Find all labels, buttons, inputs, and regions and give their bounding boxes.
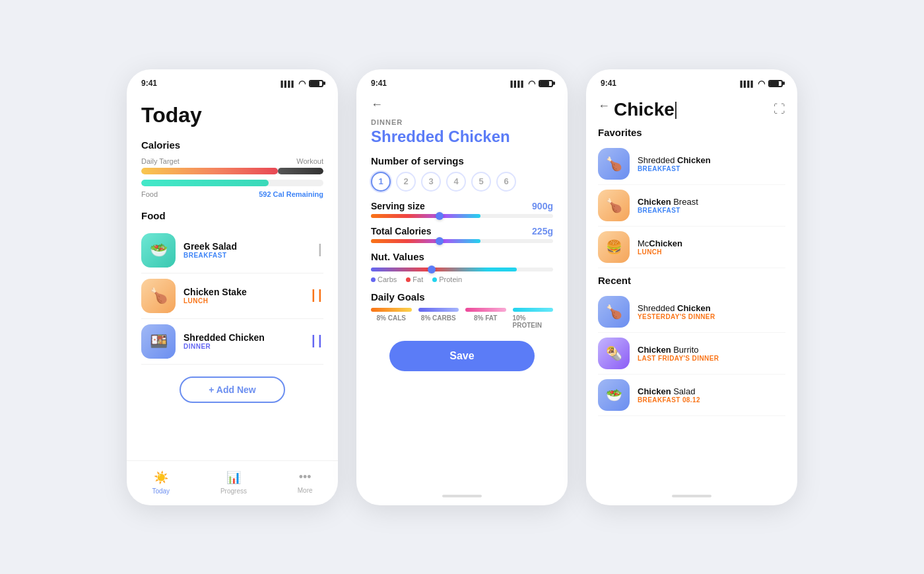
screen3-content: ← Chicke ⛶ Favorites 🍗 Shredded Chicken … [586, 92, 797, 495]
text-cursor [675, 102, 676, 119]
daily-target-label: Daily Target [141, 157, 180, 165]
recent-item-3[interactable]: 🥗 Chicken Salad BREAKFAST 08.12 [598, 375, 785, 416]
save-button[interactable]: Save [389, 341, 535, 371]
servings-row: 1 2 3 4 5 6 [371, 172, 553, 192]
legend-protein: Protein [432, 275, 462, 283]
food-icon-shredded-chicken: 🍱 [141, 324, 176, 359]
signal-icon-1 [280, 79, 295, 88]
time-2: 9:41 [371, 79, 387, 88]
food-row: Food 592 Cal Remaining [141, 180, 323, 198]
recent-label: Recent [598, 275, 785, 286]
bottom-handle-3 [672, 495, 711, 497]
time-1: 9:41 [141, 79, 157, 88]
fav-info-1: Shredded Chicken BREAKFAST [638, 155, 711, 172]
serving-6[interactable]: 6 [496, 172, 516, 192]
total-calories-row: Total Calories 225g [371, 226, 553, 243]
recent-icon-chicken-burrito: 🌯 [598, 338, 630, 369]
food-item-3[interactable]: 🍱 Shredded Chicken DINNER ┃┃ [141, 319, 323, 365]
status-icons-2 [510, 79, 553, 89]
goal-protein-pct: 10% PROTEIN [513, 314, 554, 329]
recent-item-2[interactable]: 🌯 Chicken Burrito LAST FRIDAY'S DINNER [598, 333, 785, 375]
status-bar-1: 9:41 [127, 69, 338, 92]
screen1-content: Today Calories Daily Target Workout [127, 92, 338, 450]
add-new-button[interactable]: + Add New [180, 377, 285, 403]
fav-icon-shredded-chicken: 🍗 [598, 148, 630, 180]
favorites-label: Favorites [598, 127, 785, 138]
fav-info-2: Chicken Breast BREAKFAST [638, 197, 698, 214]
fav-item-1[interactable]: 🍗 Shredded Chicken BREAKFAST [598, 143, 785, 185]
back-button[interactable]: ← [371, 98, 383, 112]
today-icon: ☀️ [154, 470, 168, 485]
nut-values-bar [371, 268, 553, 271]
goal-fat-pct: 8% FAT [474, 314, 497, 322]
recent-info-1: Shredded Chicken YESTERDAY'S DINNER [638, 303, 715, 320]
food-bar [141, 180, 323, 186]
more-icon: ••• [299, 470, 312, 484]
serving-3[interactable]: 3 [421, 172, 441, 192]
serving-size-bar [371, 214, 553, 218]
wifi-icon-3 [758, 79, 765, 89]
screen-search: 9:41 ← Chicke ⛶ Favorites 🍗 Shredded Chi… [586, 69, 797, 505]
food-item-1[interactable]: 🥗 Greek Salad BREAKFAST ┃ [141, 228, 323, 273]
food-item-2[interactable]: 🍗 Chicken Stake LUNCH ┃┃ [141, 273, 323, 319]
goals-bars: 8% CALS 8% CARBS 8% FAT 10% PROTEIN [371, 308, 553, 329]
food-info-chicken-stake: Chicken Stake LUNCH [183, 287, 302, 305]
goal-protein: 10% PROTEIN [513, 308, 554, 329]
workout-fill [278, 168, 323, 174]
recent-info-3: Chicken Salad BREAKFAST 08.12 [638, 386, 700, 404]
nav-today[interactable]: ☀️ Today [152, 470, 170, 495]
nav-more[interactable]: ••• More [298, 470, 313, 495]
serving-5[interactable]: 5 [471, 172, 491, 192]
screen2-content: ← DINNER Shredded Chicken Number of serv… [356, 92, 568, 495]
food-info-greek-salad: Greek Salad BREAKFAST [183, 241, 309, 259]
legend-fat: Fat [406, 275, 423, 283]
cal-bars: Daily Target Workout Food [141, 157, 323, 198]
nut-legend: Carbs Fat Protein [371, 275, 553, 283]
status-icons-1 [280, 79, 323, 89]
serving-1[interactable]: 1 [371, 172, 391, 192]
daily-goals-section: Daily Goals 8% CALS 8% CARBS 8% FAT [371, 291, 553, 329]
nut-values-label: Nut. Values [371, 251, 553, 262]
meal-tag: DINNER [371, 118, 553, 126]
expand-icon[interactable]: ⛶ [774, 102, 785, 116]
bottom-handle-2 [442, 495, 482, 497]
food-label: Food [141, 190, 158, 198]
status-icons-3 [740, 79, 783, 89]
nut-values-thumb[interactable] [428, 266, 436, 273]
search-query-display[interactable]: Chicke [614, 99, 774, 120]
calories-section: Calories Daily Target Workout [141, 139, 323, 198]
serving-2[interactable]: 2 [396, 172, 416, 192]
nav-progress-label: Progress [220, 487, 247, 495]
daily-target-row: Daily Target Workout [141, 157, 323, 174]
goal-carbs-pct: 8% CARBS [421, 314, 456, 322]
status-bar-2: 9:41 [356, 69, 568, 92]
page-title: Today [141, 103, 323, 127]
food-section: Food 🥗 Greek Salad BREAKFAST ┃ 🍗 Chicken… [141, 210, 323, 365]
nut-values-row: Nut. Values Carbs Fat Protein [371, 251, 553, 283]
recent-info-2: Chicken Burrito LAST FRIDAY'S DINNER [638, 345, 719, 362]
recent-item-1[interactable]: 🍗 Shredded Chicken YESTERDAY'S DINNER [598, 291, 785, 333]
fav-item-3[interactable]: 🍔 McChicken LUNCH [598, 227, 785, 268]
nav-progress[interactable]: 📊 Progress [220, 470, 247, 495]
serving-4[interactable]: 4 [446, 172, 466, 192]
food-icon-chicken-stake: 🍗 [141, 279, 176, 313]
serving-size-thumb[interactable] [436, 212, 444, 220]
servings-label: Number of servings [371, 155, 553, 166]
status-bar-3: 9:41 [586, 69, 797, 92]
progress-icon: 📊 [226, 470, 241, 485]
back-button-3[interactable]: ← [598, 99, 610, 113]
food-icon-greek-salad: 🥗 [141, 233, 176, 268]
daily-target-bar [141, 168, 323, 174]
screens-container: 9:41 Today Calories Daily Target Workout [100, 43, 824, 532]
total-calories-thumb[interactable] [436, 237, 444, 245]
screen-today: 9:41 Today Calories Daily Target Workout [127, 69, 338, 505]
fav-item-2[interactable]: 🍗 Chicken Breast BREAKFAST [598, 185, 785, 227]
food-fill [141, 180, 269, 186]
search-header: ← Chicke ⛶ [598, 99, 785, 120]
serving-size-value: 900g [532, 201, 553, 211]
serving-size-row: Serving size 900g [371, 201, 553, 218]
goal-cals: 8% CALS [371, 308, 412, 329]
bottom-nav: ☀️ Today 📊 Progress ••• More [127, 460, 338, 505]
wifi-icon-2 [528, 79, 535, 89]
nav-more-label: More [298, 487, 313, 494]
